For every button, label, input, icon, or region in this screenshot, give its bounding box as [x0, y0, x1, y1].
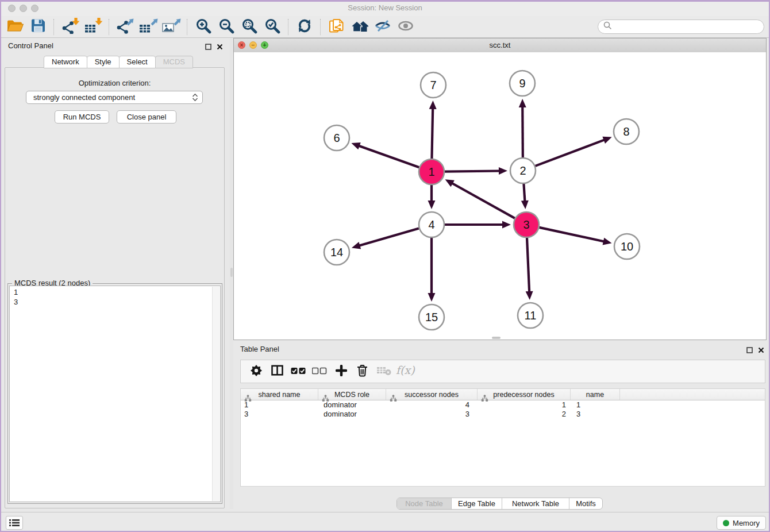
table-cell: dominator	[318, 410, 386, 419]
zoom-out-button[interactable]	[215, 18, 238, 36]
graph-edge-1-4[interactable]	[428, 185, 436, 209]
run-mcds-button[interactable]: Run MCDS	[55, 110, 109, 124]
canvas-resize-grip[interactable]	[492, 337, 500, 339]
graph-node-6[interactable]: 6	[324, 125, 349, 151]
graph-edge-2-8[interactable]	[536, 137, 612, 166]
tab-network[interactable]: Network	[44, 56, 87, 68]
select-all-button[interactable]	[288, 363, 309, 380]
tab-node-table[interactable]: Node Table	[397, 498, 451, 509]
graph-node-8[interactable]: 8	[614, 119, 639, 144]
close-panel-button[interactable]: Close panel	[117, 110, 176, 124]
table-header-row: shared nameMCDS rolesuccessor nodesprede…	[241, 389, 765, 400]
table-cell: 3	[386, 410, 478, 419]
graph-node-1[interactable]: 1	[419, 159, 444, 184]
graph-node-2[interactable]: 2	[510, 158, 536, 183]
graph-edge-4-14[interactable]	[352, 228, 419, 249]
task-history-button[interactable]	[6, 516, 23, 530]
memory-button[interactable]: Memory	[717, 516, 766, 530]
import-table-button[interactable]	[82, 18, 105, 36]
close-panel-icon[interactable]	[758, 345, 764, 356]
node-label: 3	[523, 218, 529, 231]
save-session-button[interactable]	[26, 18, 49, 36]
graph-node-11[interactable]: 11	[518, 303, 543, 328]
apply-layout-icon	[297, 18, 313, 36]
close-panel-icon[interactable]	[217, 42, 223, 52]
column-header-predecessor-nodes[interactable]: predecessor nodes	[478, 389, 571, 400]
home-button[interactable]	[348, 18, 371, 36]
node-label: 1	[428, 165, 434, 178]
tab-motifs[interactable]: Motifs	[569, 498, 602, 509]
delete-column-button[interactable]	[352, 363, 373, 380]
tab-network-table[interactable]: Network Table	[502, 498, 569, 509]
deselect-all-button[interactable]	[309, 363, 330, 380]
import-network-button[interactable]	[59, 18, 82, 36]
search-field[interactable]	[598, 20, 764, 34]
network-canvas[interactable]: 1234678910111415	[234, 52, 766, 340]
graph-edge-4-15[interactable]	[428, 238, 436, 302]
table-cell: 1	[478, 400, 571, 410]
delete-column-icon	[356, 364, 369, 379]
open-file-icon	[6, 18, 24, 36]
column-header-name[interactable]: name	[571, 389, 620, 400]
graph-node-14[interactable]: 14	[324, 240, 349, 265]
graph-node-15[interactable]: 15	[419, 304, 444, 330]
add-column-button[interactable]	[330, 363, 352, 380]
graph-node-9[interactable]: 9	[510, 71, 535, 96]
column-header-filler	[620, 389, 765, 400]
toolbar-separator	[320, 19, 321, 35]
graph-node-7[interactable]: 7	[421, 72, 446, 98]
graph-edge-1-6[interactable]	[351, 142, 419, 167]
export-image-button[interactable]	[160, 18, 183, 36]
window-title: Session: New Session	[0, 0, 770, 16]
graph-edge-1-2[interactable]	[445, 167, 507, 175]
graph-edge-2-3[interactable]	[521, 184, 529, 209]
mcds-result-area[interactable]: 13	[9, 286, 221, 502]
split-panel-button[interactable]	[267, 363, 288, 380]
float-panel-icon[interactable]	[205, 42, 211, 52]
control-panel-tabs: NetworkStyleSelectMCDS	[44, 56, 193, 68]
column-header-successor-nodes[interactable]: successor nodes	[386, 389, 478, 400]
hide-style-button[interactable]	[371, 18, 394, 36]
column-header-mcds-role[interactable]: MCDS role	[318, 389, 386, 400]
graph-edge-2-9[interactable]	[519, 99, 526, 157]
tab-select[interactable]: Select	[119, 56, 156, 68]
tab-style[interactable]: Style	[87, 56, 120, 68]
function-builder-icon: f(x)	[395, 364, 415, 380]
graph-edge-3-10[interactable]	[539, 228, 611, 245]
settings-gear-button[interactable]	[245, 363, 267, 380]
delete-table-button	[373, 363, 394, 380]
zoom-fit-button[interactable]	[238, 18, 261, 36]
tab-edge-table[interactable]: Edge Table	[451, 498, 502, 509]
table-cell: 4	[386, 400, 478, 410]
float-panel-icon[interactable]	[746, 345, 753, 356]
tab-mcds[interactable]: MCDS	[155, 56, 193, 68]
splitter-grip[interactable]	[230, 268, 233, 277]
graph-node-4[interactable]: 4	[419, 212, 444, 237]
apply-layout-button[interactable]	[293, 18, 316, 36]
criterion-dropdown[interactable]: strongly connected component	[26, 91, 203, 104]
table-row[interactable]: 1dominator411	[241, 400, 765, 410]
table-row[interactable]: 3dominator323	[241, 410, 765, 419]
graph-edge-3-11[interactable]	[526, 238, 533, 300]
graph-edge-3-1[interactable]	[445, 179, 515, 218]
graph-node-10[interactable]: 10	[614, 234, 640, 259]
search-icon	[603, 21, 612, 32]
result-scrollbar[interactable]	[212, 287, 220, 501]
table-toolbar: f(x)	[240, 360, 765, 383]
clone-network-button[interactable]	[325, 18, 348, 36]
column-header-shared-name[interactable]: shared name	[241, 389, 318, 400]
open-file-button[interactable]	[3, 18, 26, 36]
export-network-button[interactable]	[114, 18, 137, 36]
zoom-selected-icon	[264, 18, 280, 36]
graph-edge-1-7[interactable]	[429, 101, 437, 159]
search-input[interactable]	[615, 21, 764, 33]
zoom-selected-button[interactable]	[261, 18, 284, 36]
graph-node-3[interactable]: 3	[514, 212, 539, 237]
function-builder-button: f(x)	[394, 363, 415, 380]
graph-edge-4-3[interactable]	[445, 221, 511, 229]
hide-style-icon	[374, 18, 391, 36]
export-table-button[interactable]	[137, 18, 160, 36]
show-eye-button[interactable]	[394, 18, 417, 36]
zoom-in-button[interactable]	[192, 18, 215, 36]
status-bar: Memory	[0, 512, 770, 532]
